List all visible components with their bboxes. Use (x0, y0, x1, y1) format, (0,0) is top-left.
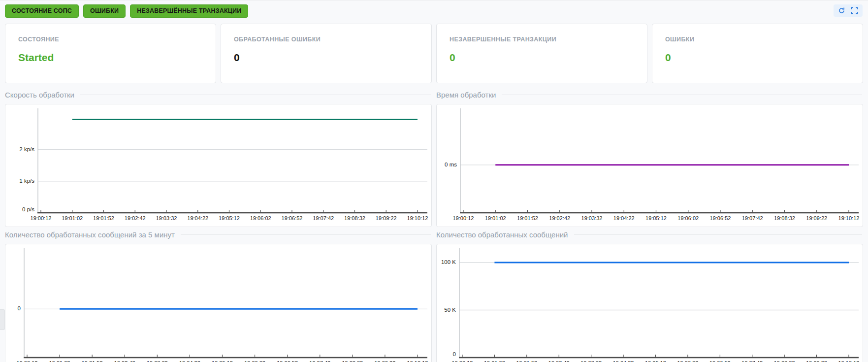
svg-text:0: 0 (18, 305, 21, 311)
stat-label: НЕЗАВЕРШЕННЫЕ ТРАНЗАКЦИИ (450, 36, 634, 43)
chart-title-row: Скорость обработки (5, 89, 432, 100)
svg-text:19:09:22: 19:09:22 (806, 360, 827, 362)
svg-text:2 kp/s: 2 kp/s (19, 146, 34, 152)
svg-text:19:00:12: 19:00:12 (453, 215, 474, 221)
stat-label: СОСТОЯНИЕ (18, 36, 203, 43)
svg-text:19:06:02: 19:06:02 (677, 215, 699, 221)
tab-button-3[interactable]: НЕЗАВЕРШЁННЫЕ ТРАНЗАКЦИИ (130, 4, 248, 18)
svg-text:19:03:32: 19:03:32 (581, 215, 603, 221)
svg-text:19:04:22: 19:04:22 (613, 215, 635, 221)
title-divider (502, 95, 862, 95)
svg-text:19:01:02: 19:01:02 (49, 360, 70, 362)
tab-group: СОСТОЯНИЕ СОПСОШИБКИНЕЗАВЕРШЁННЫЕ ТРАНЗА… (5, 4, 248, 18)
chart-canvas-4[interactable]: 100 K50 K019:00:1219:01:0219:01:5219:02:… (437, 244, 863, 362)
tab-button-2[interactable]: ОШИБКИ (83, 4, 126, 18)
svg-text:19:00:12: 19:00:12 (17, 360, 38, 362)
svg-text:19:04:22: 19:04:22 (179, 360, 200, 362)
svg-text:19:06:02: 19:06:02 (250, 215, 271, 221)
title-divider (80, 95, 431, 95)
svg-text:19:04:22: 19:04:22 (613, 360, 634, 362)
stat-card-3: НЕЗАВЕРШЕННЫЕ ТРАНЗАКЦИИ0 (436, 24, 647, 83)
svg-text:19:06:52: 19:06:52 (710, 215, 731, 221)
svg-text:19:10:12: 19:10:12 (407, 360, 428, 362)
chart-block-4: Количество обработанных сообщений100 K50… (436, 227, 863, 362)
svg-text:19:08:32: 19:08:32 (774, 215, 795, 221)
chart-canvas-1[interactable]: 2 kp/s1 kp/s0 p/s19:00:1219:01:0219:01:5… (5, 104, 431, 226)
svg-text:19:02:42: 19:02:42 (125, 215, 146, 221)
stat-card-4: ОШИБКИ0 (652, 24, 863, 83)
svg-text:19:07:42: 19:07:42 (309, 360, 330, 362)
left-edge-scrollbar[interactable] (0, 309, 5, 330)
svg-text:19:01:52: 19:01:52 (517, 215, 538, 221)
svg-text:100 K: 100 K (441, 259, 456, 265)
svg-text:19:10:12: 19:10:12 (838, 360, 860, 362)
stat-label: ОШИБКИ (665, 36, 850, 43)
chart-toolbar (834, 4, 863, 17)
svg-text:0: 0 (453, 351, 456, 357)
svg-text:19:06:02: 19:06:02 (244, 360, 265, 362)
stat-label: ОБРАБОТАННЫЕ ОШИБКИ (234, 36, 418, 43)
chart-title-row: Количество обработанных сообщений за 5 м… (5, 229, 432, 240)
stats-row: СОСТОЯНИЕStartedОБРАБОТАННЫЕ ОШИБКИ0НЕЗА… (5, 24, 863, 83)
svg-text:19:03:32: 19:03:32 (156, 215, 177, 221)
svg-text:19:08:32: 19:08:32 (344, 215, 365, 221)
chart-card: 0 ms19:00:1219:01:0219:01:5219:02:4219:0… (436, 104, 863, 227)
svg-text:19:06:52: 19:06:52 (282, 215, 303, 221)
svg-text:19:01:52: 19:01:52 (93, 215, 114, 221)
stat-value: 0 (450, 52, 634, 64)
svg-text:19:01:52: 19:01:52 (516, 360, 537, 362)
chart-card: 019:00:1219:01:0219:01:5219:02:4219:03:3… (5, 244, 432, 362)
monitoring-dashboard: СОСТОЯНИЕ СОПСОШИБКИНЕЗАВЕРШЁННЫЕ ТРАНЗА… (0, 0, 868, 362)
svg-text:19:09:22: 19:09:22 (375, 360, 396, 362)
svg-text:19:02:42: 19:02:42 (548, 360, 570, 362)
chart-title: Количество обработанных сообщений за 5 м… (5, 230, 175, 239)
chart-block-3: Количество обработанных сообщений за 5 м… (5, 227, 432, 362)
svg-text:19:02:42: 19:02:42 (114, 360, 135, 362)
topbar: СОСТОЯНИЕ СОПСОШИБКИНЕЗАВЕРШЁННЫЕ ТРАНЗА… (5, 4, 863, 19)
charts-grid: Скорость обработки2 kp/s1 kp/s0 p/s19:00… (5, 87, 863, 362)
stat-value: 0 (665, 52, 850, 64)
svg-text:19:10:12: 19:10:12 (838, 215, 860, 221)
chart-title-row: Количество обработанных сообщений (436, 229, 863, 240)
chart-card: 100 K50 K019:00:1219:01:0219:01:5219:02:… (436, 244, 863, 362)
refresh-icon[interactable] (838, 7, 845, 14)
chart-block-2: Время обработки0 ms19:00:1219:01:0219:01… (436, 87, 863, 227)
chart-title: Время обработки (436, 91, 496, 99)
stat-card-2: ОБРАБОТАННЫЕ ОШИБКИ0 (221, 24, 432, 83)
chart-card: 2 kp/s1 kp/s0 p/s19:00:1219:01:0219:01:5… (5, 104, 432, 227)
svg-text:1 kp/s: 1 kp/s (19, 178, 34, 184)
svg-text:19:01:02: 19:01:02 (62, 215, 83, 221)
svg-text:19:01:02: 19:01:02 (484, 360, 505, 362)
svg-text:19:08:32: 19:08:32 (342, 360, 363, 362)
stat-card-1: СОСТОЯНИЕStarted (5, 24, 216, 83)
chart-title: Количество обработанных сообщений (436, 230, 568, 239)
svg-text:19:07:42: 19:07:42 (313, 215, 334, 221)
svg-text:19:06:02: 19:06:02 (677, 360, 699, 362)
svg-text:19:10:12: 19:10:12 (407, 215, 428, 221)
svg-text:19:05:12: 19:05:12 (645, 215, 667, 221)
svg-text:19:05:12: 19:05:12 (219, 215, 240, 221)
tab-button-1[interactable]: СОСТОЯНИЕ СОПС (5, 4, 79, 18)
svg-text:50 K: 50 K (444, 307, 456, 313)
svg-text:19:05:12: 19:05:12 (645, 360, 666, 362)
chart-title-row: Время обработки (436, 89, 863, 100)
svg-text:0 ms: 0 ms (445, 162, 457, 167)
chart-canvas-2[interactable]: 0 ms19:00:1219:01:0219:01:5219:02:4219:0… (437, 104, 863, 226)
svg-text:19:05:12: 19:05:12 (212, 360, 233, 362)
stat-value: 0 (234, 52, 418, 64)
svg-text:19:09:22: 19:09:22 (806, 215, 827, 221)
svg-text:19:09:22: 19:09:22 (376, 215, 397, 221)
title-divider (181, 234, 431, 235)
svg-text:19:06:52: 19:06:52 (709, 360, 731, 362)
svg-text:19:01:02: 19:01:02 (485, 215, 506, 221)
svg-text:0 p/s: 0 p/s (22, 206, 34, 212)
svg-text:19:00:12: 19:00:12 (31, 215, 52, 221)
svg-text:19:07:42: 19:07:42 (741, 360, 763, 362)
title-divider (574, 234, 862, 235)
svg-text:19:03:32: 19:03:32 (147, 360, 168, 362)
chart-canvas-3[interactable]: 019:00:1219:01:0219:01:5219:02:4219:03:3… (5, 244, 431, 362)
svg-text:19:07:42: 19:07:42 (742, 215, 763, 221)
svg-text:19:01:52: 19:01:52 (82, 360, 103, 362)
fullscreen-icon[interactable] (851, 7, 858, 14)
svg-text:19:04:22: 19:04:22 (187, 215, 208, 221)
